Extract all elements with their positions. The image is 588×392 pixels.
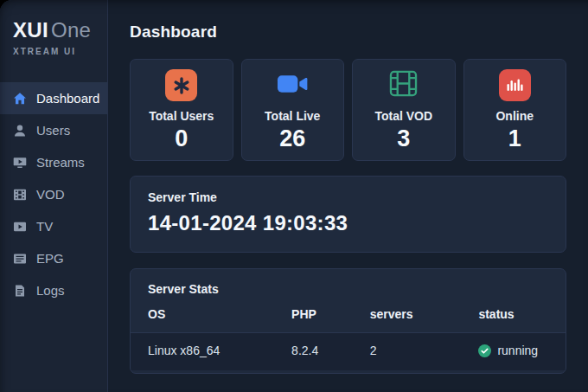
column-header-servers: servers	[370, 307, 479, 333]
stat-card-label: Total VOD	[374, 109, 432, 123]
stat-card-label: Total Live	[265, 109, 320, 123]
stat-card-label: Online	[495, 109, 534, 123]
brand-subtitle: XTREAM UI	[13, 47, 107, 56]
sidebar-menu: Dashboard Users Streams VOD	[0, 82, 107, 306]
check-circle-icon	[478, 344, 491, 357]
stat-card-value: 1	[508, 125, 521, 152]
stat-card-online: Online 1	[463, 59, 567, 161]
sidebar-item-label: Users	[36, 123, 70, 138]
sidebar-item-label: EPG	[36, 251, 64, 266]
sidebar-item-streams[interactable]: Streams	[0, 146, 107, 178]
sidebar-item-users[interactable]: Users	[0, 114, 107, 146]
status-label: running	[497, 344, 538, 357]
brand-primary: XUI	[13, 18, 48, 42]
sidebar-item-label: Dashboard	[36, 91, 99, 106]
brand-secondary: One	[51, 18, 91, 42]
server-time-value: 14-01-2024 19:03:33	[148, 211, 548, 235]
cell-os: Linux x86_64	[131, 333, 291, 371]
stat-card-total-vod: Total VOD 3	[352, 59, 456, 161]
bar-chart-icon	[499, 69, 531, 101]
column-header-os: OS	[131, 307, 291, 333]
sidebar-item-epg[interactable]: EPG	[0, 242, 107, 274]
column-header-php: PHP	[291, 307, 370, 333]
film-icon	[13, 188, 27, 202]
epg-list-icon	[13, 252, 27, 266]
home-icon	[13, 92, 27, 106]
server-stats-title: Server Stats	[131, 269, 566, 296]
stream-monitor-icon	[13, 156, 27, 170]
tv-play-icon	[13, 220, 27, 234]
sidebar: XUIOne XTREAM UI Dashboard Users	[0, 0, 108, 392]
table-row: Linux x86_64 8.2.4 2 running	[131, 333, 566, 371]
app-window: XUIOne XTREAM UI Dashboard Users	[0, 0, 588, 392]
sidebar-item-label: TV	[36, 219, 53, 234]
cell-php: 8.2.4	[291, 333, 370, 371]
page-title: Dashboard	[130, 22, 566, 42]
film-strip-icon	[389, 70, 418, 100]
stat-card-value: 26	[279, 125, 305, 152]
sidebar-item-dashboard[interactable]: Dashboard	[0, 82, 107, 114]
cell-servers: 2	[370, 333, 479, 371]
cell-status: running	[478, 333, 566, 371]
sidebar-item-vod[interactable]: VOD	[0, 178, 107, 210]
sidebar-item-label: Streams	[36, 155, 85, 170]
server-stats-panel: Server Stats OS PHP servers status Linux…	[130, 268, 566, 374]
server-stats-table: OS PHP servers status Linux x86_64 8.2.4…	[131, 307, 566, 370]
sidebar-item-label: VOD	[36, 187, 65, 202]
brand-logo[interactable]: XUIOne XTREAM UI	[0, 0, 107, 56]
stat-card-label: Total Users	[149, 109, 214, 123]
stat-card-total-live: Total Live 26	[241, 59, 345, 161]
stat-card-value: 0	[175, 125, 188, 152]
server-time-panel: Server Time 14-01-2024 19:03:33	[130, 176, 566, 253]
server-time-title: Server Time	[148, 190, 548, 204]
logs-document-icon	[13, 284, 27, 298]
main-content: Dashboard Total Users 0 Total Live	[108, 0, 588, 392]
sidebar-item-logs[interactable]: Logs	[0, 274, 107, 306]
sidebar-item-tv[interactable]: TV	[0, 210, 107, 242]
stat-card-value: 3	[397, 125, 410, 152]
users-icon	[13, 124, 27, 138]
column-header-status: status	[478, 307, 566, 333]
asterisk-icon	[165, 69, 197, 101]
stats-cards-row: Total Users 0 Total Live 26 Tota	[130, 59, 566, 161]
video-camera-icon	[277, 73, 309, 99]
brand-title: XUIOne	[13, 18, 107, 42]
stat-card-total-users: Total Users 0	[130, 59, 233, 161]
sidebar-item-label: Logs	[36, 283, 65, 298]
table-header-row: OS PHP servers status	[131, 307, 566, 333]
